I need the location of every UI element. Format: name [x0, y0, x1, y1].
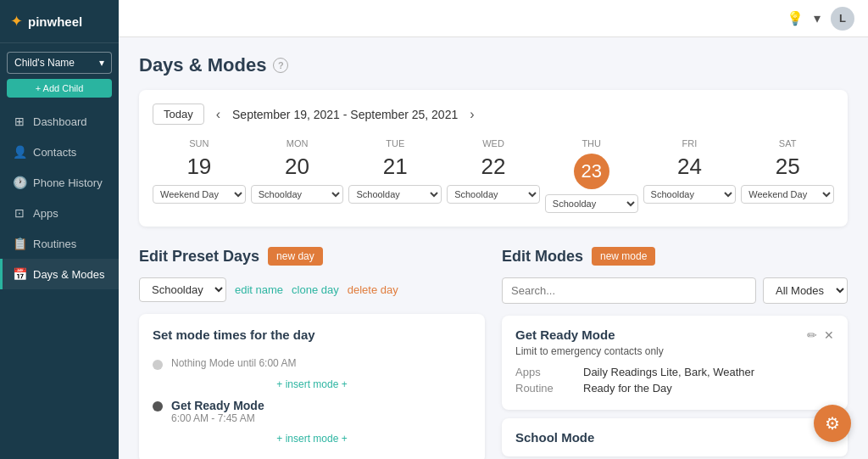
day-mode-select-24[interactable]: Schoolday [643, 185, 737, 204]
today-button[interactable]: Today [153, 104, 204, 125]
timeline-item: Nothing Mode until 6:00 AM [153, 354, 471, 373]
day-mode-select-21[interactable]: Schoolday [348, 185, 442, 204]
day-col-23: THU23Schoolday [545, 138, 638, 213]
bottom-section: Edit Preset Days new day Schoolday edit … [139, 247, 848, 459]
days-modes-icon: 📅 [13, 267, 26, 281]
date-range-label: September 19, 2021 - September 25, 2021 [232, 108, 458, 121]
content-area: Days & Modes ? Today ‹ September 19, 202… [119, 37, 868, 459]
day-label: TUE [386, 138, 404, 148]
new-mode-button[interactable]: new mode [592, 247, 655, 266]
sidebar-item-phone-history[interactable]: 🕐Phone History [0, 167, 119, 198]
day-label: WED [482, 138, 504, 148]
logo-icon: ✦ [10, 12, 23, 31]
insert-mode-btn[interactable]: + insert mode + [153, 373, 471, 395]
day-number: 25 [776, 154, 800, 180]
prev-arrow[interactable]: ‹ [213, 107, 224, 122]
timeline-mode-time: 6:00 AM - 7:45 AM [171, 412, 264, 424]
day-mode-select-25[interactable]: Weekend Day [741, 185, 834, 204]
day-mode-select-20[interactable]: Schoolday [251, 185, 344, 204]
apps-value: Daily Readings Lite, Bark, Weather [583, 366, 754, 378]
logo: ✦ pinwheel [0, 0, 119, 43]
routine-label: Routine [515, 382, 575, 395]
edit-modes-title: Edit Modes [502, 248, 583, 266]
edit-preset-title: Edit Preset Days [139, 248, 259, 266]
timeline-text: Nothing Mode until 6:00 AM [171, 357, 296, 369]
topbar: 💡 ▾ L [119, 0, 868, 37]
new-day-button[interactable]: new day [268, 247, 323, 266]
logo-text: pinwheel [28, 14, 82, 29]
apps-label: Apps [515, 366, 575, 378]
sidebar-item-label-apps: Apps [33, 207, 58, 220]
day-label: FRI [682, 138, 698, 148]
dashboard-icon: ⊞ [13, 115, 26, 128]
sidebar-item-dashboard[interactable]: ⊞Dashboard [0, 106, 119, 137]
school-mode-card: School Mode ✏ [502, 418, 848, 456]
get-ready-apps-row: Apps Daily Readings Lite, Bark, Weather [515, 366, 834, 378]
sidebar-item-routines[interactable]: 📋Routines [0, 228, 119, 259]
edit-modes-title-row: Edit Modes new mode [502, 247, 848, 266]
timeline: Nothing Mode until 6:00 AM+ insert mode … [153, 354, 471, 450]
day-mode-select-19[interactable]: Weekend Day [153, 185, 246, 204]
sidebar-item-label-days-modes: Days & Modes [33, 268, 105, 281]
calendar-card: Today ‹ September 19, 2021 - September 2… [139, 90, 848, 227]
child-selector[interactable]: Child's Name ▾ [7, 52, 112, 74]
timeline-dot-active [153, 401, 163, 411]
day-mode-select-22[interactable]: Schoolday [447, 185, 540, 204]
page-title: Days & Modes [139, 54, 266, 76]
day-col-21: TUE21Schoolday [348, 138, 442, 213]
child-selector-chevron: ▾ [99, 57, 104, 69]
day-col-20: MON20Schoolday [251, 138, 344, 213]
timeline-mode-info: Get Ready Mode6:00 AM - 7:45 AM [171, 399, 264, 424]
child-name-label: Child's Name [14, 57, 75, 69]
nav-list: ⊞Dashboard👤Contacts🕐Phone History⊡Apps📋R… [0, 106, 119, 289]
school-mode-title: School Mode [515, 430, 594, 445]
day-label: THU [581, 138, 601, 148]
day-label: SUN [189, 138, 209, 148]
avatar[interactable]: L [831, 7, 854, 31]
mode-card-title: Set mode times for the day [153, 327, 471, 342]
timeline-mode-item: Get Ready Mode6:00 AM - 7:45 AM [153, 395, 471, 428]
modes-search-input[interactable] [502, 277, 756, 304]
next-arrow[interactable]: › [466, 107, 477, 122]
delete-day-link[interactable]: delete day [348, 283, 398, 296]
edit-get-ready-button[interactable]: ✏ [807, 328, 817, 342]
add-child-button[interactable]: + Add Child [7, 79, 112, 98]
mode-times-card: Set mode times for the day Nothing Mode … [139, 314, 485, 459]
sidebar-item-days-modes[interactable]: 📅Days & Modes [0, 259, 119, 289]
all-modes-select[interactable]: All Modes [763, 277, 848, 304]
schoolday-select[interactable]: Schoolday [139, 277, 226, 302]
routines-icon: 📋 [13, 237, 26, 250]
day-col-22: WED22Schoolday [447, 138, 540, 213]
days-grid: SUN19Weekend DayMON20SchooldayTUE21Schoo… [153, 138, 834, 213]
day-mode-select-23[interactable]: Schoolday [545, 194, 638, 213]
insert-mode-btn[interactable]: + insert mode + [153, 428, 471, 450]
sidebar-item-apps[interactable]: ⊡Apps [0, 198, 119, 228]
day-label: SAT [779, 138, 797, 148]
sidebar-item-label-routines: Routines [33, 238, 76, 250]
edit-modes-panel: Edit Modes new mode All Modes Get Ready … [502, 247, 848, 459]
fab-button[interactable]: ⚙ [814, 405, 851, 442]
help-icon[interactable]: ? [273, 58, 288, 73]
chevron-down-icon[interactable]: ▾ [814, 10, 821, 26]
bulb-icon[interactable]: 💡 [787, 10, 804, 26]
close-get-ready-button[interactable]: ✕ [824, 328, 834, 342]
day-number: 24 [677, 154, 702, 180]
contacts-icon: 👤 [13, 145, 26, 159]
get-ready-mode-card: Get Ready Mode ✏ ✕ Limit to emergency co… [502, 316, 848, 410]
edit-name-link[interactable]: edit name [235, 283, 283, 296]
sidebar-item-contacts[interactable]: 👤Contacts [0, 137, 119, 167]
school-mode-header: School Mode ✏ [515, 430, 834, 445]
preset-controls: Schoolday edit name clone day delete day [139, 277, 485, 302]
edit-preset-title-row: Edit Preset Days new day [139, 247, 485, 266]
get-ready-header: Get Ready Mode ✏ ✕ [515, 327, 834, 342]
search-row: All Modes [502, 277, 848, 304]
timeline-mode-label: Get Ready Mode [171, 399, 264, 412]
day-number: 23 [574, 154, 609, 189]
day-col-19: SUN19Weekend Day [153, 138, 246, 213]
calendar-nav: Today ‹ September 19, 2021 - September 2… [153, 104, 834, 125]
routine-value: Ready for the Day [583, 382, 672, 395]
clone-day-link[interactable]: clone day [292, 283, 339, 296]
sidebar-item-label-dashboard: Dashboard [33, 115, 87, 128]
day-number: 19 [186, 154, 211, 180]
page-title-row: Days & Modes ? [139, 54, 848, 76]
